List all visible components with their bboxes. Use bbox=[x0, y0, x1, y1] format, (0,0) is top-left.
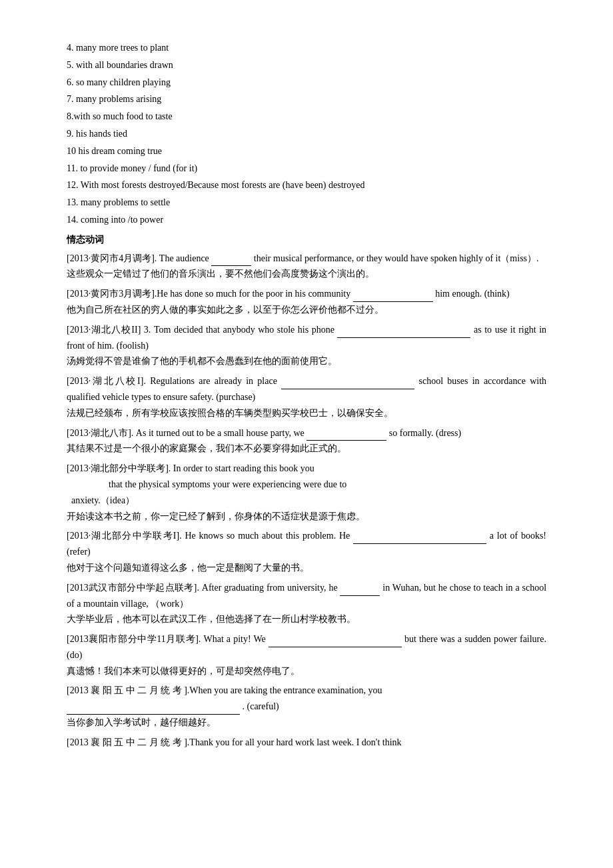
paragraph-9: [2013襄阳市部分中学11月联考]. What a pity! We but … bbox=[67, 631, 546, 679]
list-item-6: 6. so many children playing bbox=[67, 75, 546, 91]
p3-blank bbox=[337, 329, 470, 338]
p6-extra: that the physical symptoms your were exp… bbox=[67, 479, 346, 489]
list-item-9: 9. his hands tied bbox=[67, 126, 546, 142]
paragraph-8: [2013武汉市部分中学起点联考]. After graduating from… bbox=[67, 580, 546, 627]
list-item-5: 5. with all boundaries drawn bbox=[67, 57, 546, 73]
list-item-11: 11. to provide money / fund (for it) bbox=[67, 161, 546, 177]
p7-prefix: [2013·湖北部分中学联考I]. He knows so much about… bbox=[67, 531, 350, 541]
p9-blank bbox=[269, 638, 402, 647]
p5-blank bbox=[306, 431, 386, 441]
p10-blank bbox=[67, 705, 240, 715]
p6-prefix: [2013·湖北部分中学联考]. In order to start readi… bbox=[67, 463, 314, 473]
p3-prefix: [2013·湖北八校II] 3. Tom decided that anybod… bbox=[67, 325, 334, 335]
p2-suffix: him enough. (think) bbox=[435, 289, 510, 299]
p10-prefix: [2013 襄 阳 五 中 二 月 统 考 ].When you are tak… bbox=[67, 685, 382, 695]
p7-cn: 他对于这个问题知道得这么多，他一定是翻阅了大量的书。 bbox=[67, 563, 309, 573]
list-item-10: 10 his dream coming true bbox=[67, 143, 546, 159]
p5-cn: 其结果不过是一个很小的家庭聚会，我们本不必要穿得如此正式的。 bbox=[67, 443, 346, 453]
p6-extra2: anxiety.（idea） bbox=[67, 495, 135, 505]
paragraph-4: [2013·湖北八校I]. Regulations are already in… bbox=[67, 373, 546, 421]
p8-blank bbox=[340, 587, 380, 596]
p8-cn: 大学毕业后，他本可以在武汉工作，但他选择了在一所山村学校教书。 bbox=[67, 614, 356, 624]
main-content: 4. many more trees to plant 5. with all … bbox=[67, 40, 546, 751]
list-item-13: 13. many problems to settle bbox=[67, 195, 546, 211]
p10-suffix: . (careful) bbox=[243, 701, 279, 711]
p7-blank bbox=[353, 535, 486, 544]
list-item-4: 4. many more trees to plant bbox=[67, 40, 546, 56]
p2-prefix: [2013·黄冈市3月调考].He has done so much for t… bbox=[67, 289, 350, 299]
p10-cn: 当你参加入学考试时，越仔细越好。 bbox=[67, 717, 216, 727]
list-item-12: 12. With most forests destroyed/Because … bbox=[67, 177, 546, 193]
p4-prefix: [2013·湖北八校I]. Regulations are already in… bbox=[67, 376, 277, 386]
p3-cn: 汤姆觉得不管是谁偷了他的手机都不会愚蠢到在他的面前使用它。 bbox=[67, 356, 337, 366]
paragraph-7: [2013·湖北部分中学联考I]. He knows so much about… bbox=[67, 528, 546, 575]
p2-blank bbox=[353, 293, 433, 302]
p6-cn: 开始读这本书之前，你一定已经了解到，你身体的不适症状是源于焦虑。 bbox=[67, 511, 365, 521]
p1-prefix: [2013·黄冈市4月调考]. The audience bbox=[67, 253, 209, 263]
paragraph-1: [2013·黄冈市4月调考]. The audience their music… bbox=[67, 251, 546, 283]
list-item-7: 7. many problems arising bbox=[67, 91, 546, 107]
paragraph-3: [2013·湖北八校II] 3. Tom decided that anybod… bbox=[67, 322, 546, 369]
p2-cn: 他为自己所在社区的穷人做的事实如此之多，以至于你怎么评价他都不过分。 bbox=[67, 305, 384, 315]
p5-suffix: so formally. (dress) bbox=[389, 428, 461, 438]
paragraph-5: [2013·湖北八市]. As it turned out to be a sm… bbox=[67, 425, 546, 457]
p11-text: [2013 襄 阳 五 中 二 月 统 考 ].Thank you for al… bbox=[67, 737, 402, 747]
p5-prefix: [2013·湖北八市]. As it turned out to be a sm… bbox=[67, 428, 305, 438]
list-item-8: 8.with so much food to taste bbox=[67, 109, 546, 125]
paragraph-10: [2013 襄 阳 五 中 二 月 统 考 ].When you are tak… bbox=[67, 683, 546, 730]
section-modal-verbs: 情态动词 bbox=[67, 235, 104, 245]
p4-cn: 法规已经颁布，所有学校应该按照合格的车辆类型购买学校巴士，以确保安全。 bbox=[67, 408, 393, 418]
p1-suffix: their musical performance, or they would… bbox=[254, 253, 539, 263]
p1-blank bbox=[211, 257, 251, 266]
paragraph-6: [2013·湖北部分中学联考]. In order to start readi… bbox=[67, 461, 546, 524]
p4-blank bbox=[281, 380, 414, 389]
p1-cn: 这些观众一定错过了他们的音乐演出，要不然他们会高度赞扬这个演出的。 bbox=[67, 269, 374, 279]
list-item-14: 14. coming into /to power bbox=[67, 212, 546, 228]
p8-prefix: [2013武汉市部分中学起点联考]. After graduating from… bbox=[67, 583, 338, 593]
p9-cn: 真遗憾！我们本来可以做得更好的，可是却突然停电了。 bbox=[67, 666, 300, 676]
paragraph-11: [2013 襄 阳 五 中 二 月 统 考 ].Thank you for al… bbox=[67, 735, 546, 751]
p9-prefix: [2013襄阳市部分中学11月联考]. What a pity! We bbox=[67, 634, 266, 644]
paragraph-2: [2013·黄冈市3月调考].He has done so much for t… bbox=[67, 286, 546, 318]
